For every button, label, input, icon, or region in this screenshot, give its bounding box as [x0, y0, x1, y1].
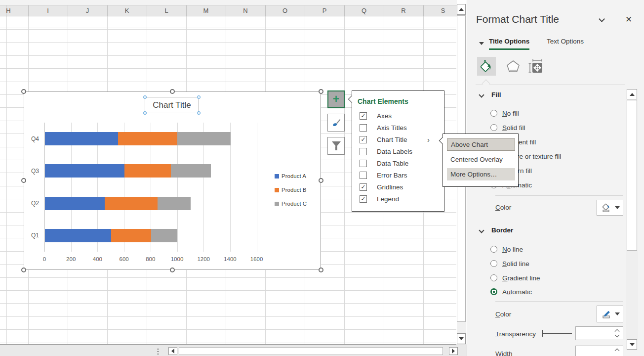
submenu-item-above-chart[interactable]: Above Chart — [447, 138, 515, 151]
effects-icon-tab[interactable] — [504, 57, 523, 76]
border-color-button[interactable] — [597, 306, 623, 322]
bar-segment-product-b[interactable] — [118, 132, 178, 145]
column-header-Q[interactable]: Q — [344, 5, 384, 16]
chart-handle-e[interactable] — [319, 178, 323, 183]
menu-item-legend[interactable]: ✓Legend — [352, 193, 444, 205]
scroll-down-button[interactable] — [457, 333, 466, 344]
bar-segment-product-b[interactable] — [124, 164, 171, 178]
bar-row-q4[interactable] — [45, 132, 231, 145]
radio-selected[interactable] — [490, 288, 497, 295]
pane-scroll-up-button[interactable] — [627, 89, 637, 99]
submenu-item-centered-overlay[interactable]: Centered Overlay — [447, 153, 515, 166]
scroll-up-button[interactable] — [457, 4, 466, 15]
chart-handle-w[interactable] — [21, 178, 26, 183]
bar-segment-product-c[interactable] — [158, 197, 191, 210]
checkbox-unchecked[interactable] — [360, 148, 367, 155]
menu-item-chart-title[interactable]: ✓Chart Title› — [352, 134, 444, 145]
checkbox-checked[interactable]: ✓ — [360, 136, 367, 143]
column-header-N[interactable]: N — [226, 5, 265, 16]
border-collapse-chevron-icon[interactable] — [479, 227, 484, 233]
checkbox-checked[interactable]: ✓ — [360, 195, 367, 203]
tab-text-options[interactable]: Text Options — [547, 38, 584, 45]
column-header-H[interactable]: H — [0, 5, 28, 16]
fill-option-no-fill[interactable]: No fill — [490, 108, 519, 118]
checkbox-checked[interactable]: ✓ — [360, 112, 367, 120]
border-option-gradient-line[interactable]: Gradient line — [490, 273, 540, 283]
column-header-J[interactable]: J — [68, 5, 107, 16]
bar-row-q1[interactable] — [45, 229, 177, 242]
radio-unselected[interactable] — [490, 246, 497, 253]
chart-handle-se[interactable] — [319, 267, 323, 272]
fill-section-header[interactable]: Fill — [491, 91, 501, 98]
bar-segment-product-c[interactable] — [171, 164, 211, 178]
column-header-L[interactable]: L — [147, 5, 186, 16]
spin-down-icon[interactable] — [615, 333, 620, 338]
column-header-S[interactable]: S — [423, 5, 457, 16]
border-option-no-line[interactable]: No line — [490, 244, 523, 254]
checkbox-unchecked[interactable] — [360, 160, 367, 167]
submenu-chevron-icon[interactable]: › — [427, 135, 430, 144]
bar-segment-product-b[interactable] — [105, 197, 158, 210]
legend-item[interactable]: Product C — [275, 201, 307, 207]
bar-segment-product-a[interactable] — [45, 197, 105, 210]
bar-segment-product-a[interactable] — [45, 229, 111, 242]
chart-styles-button[interactable] — [327, 114, 345, 132]
bar-segment-product-c[interactable] — [151, 229, 178, 242]
grid-horizontal-scrollbar[interactable] — [0, 345, 467, 356]
spin-up-icon[interactable] — [615, 349, 620, 354]
legend-item[interactable]: Product B — [275, 187, 307, 193]
fill-collapse-chevron-icon[interactable] — [479, 92, 484, 97]
chart-handle-n[interactable] — [170, 89, 175, 94]
scroll-left-button[interactable] — [168, 347, 177, 355]
checkbox-checked[interactable]: ✓ — [360, 183, 367, 191]
tab-title-options[interactable]: Title Options — [489, 38, 529, 50]
close-icon[interactable]: ✕ — [625, 14, 632, 25]
pane-scrollbar[interactable] — [626, 89, 638, 350]
menu-item-gridlines[interactable]: ✓Gridlines — [352, 181, 444, 193]
fill-line-icon-tab[interactable] — [477, 57, 496, 76]
submenu-item-more-options-[interactable]: More Options… — [447, 168, 515, 180]
horizontal-scroll-thumb[interactable] — [179, 347, 443, 355]
checkbox-unchecked[interactable] — [360, 172, 367, 179]
menu-item-data-labels[interactable]: Data Labels — [352, 145, 444, 157]
column-header-R[interactable]: R — [384, 5, 423, 16]
menu-item-error-bars[interactable]: Error Bars — [352, 169, 444, 181]
pane-scroll-thumb[interactable] — [627, 100, 637, 251]
radio-unselected[interactable] — [490, 260, 497, 267]
chart-filters-button[interactable] — [327, 137, 345, 155]
chart-handle-sw[interactable] — [21, 267, 26, 272]
chart-title-textbox[interactable]: Chart Title — [145, 97, 199, 113]
column-header-P[interactable]: P — [305, 5, 344, 16]
size-properties-icon-tab[interactable] — [526, 57, 545, 76]
chart-elements-button[interactable]: + — [327, 90, 345, 108]
title-handle-nw[interactable] — [143, 95, 147, 99]
column-header-K[interactable]: K — [107, 5, 147, 16]
menu-item-axis-titles[interactable]: Axis Titles — [352, 122, 444, 134]
bar-segment-product-c[interactable] — [177, 132, 230, 145]
bar-row-q2[interactable] — [45, 197, 191, 210]
chart-handle-ne[interactable] — [319, 89, 323, 94]
column-header-O[interactable]: O — [265, 5, 305, 16]
border-option-solid-line[interactable]: Solid line — [490, 259, 529, 268]
tab-dropdown-icon[interactable] — [479, 42, 484, 45]
fill-option-solid-fill[interactable]: Solid fill — [490, 123, 525, 133]
title-handle-ne[interactable] — [197, 95, 201, 99]
width-input[interactable] — [575, 346, 623, 356]
transparency-slider-track[interactable] — [543, 333, 572, 334]
title-handle-se[interactable] — [197, 111, 201, 115]
title-handle-sw[interactable] — [143, 111, 147, 115]
pane-menu-chevron-icon[interactable] — [599, 16, 605, 22]
checkbox-unchecked[interactable] — [360, 124, 367, 132]
chart-handle-nw[interactable] — [21, 89, 26, 94]
transparency-input[interactable] — [575, 326, 623, 340]
legend-item[interactable]: Product A — [275, 173, 306, 179]
column-header-M[interactable]: M — [186, 5, 226, 16]
chart-object[interactable]: 02004006008001000120014001600Q4Q3Q2Q1 Ch… — [24, 91, 321, 270]
bar-segment-product-a[interactable] — [45, 164, 124, 178]
fill-color-button[interactable] — [597, 200, 623, 216]
bar-segment-product-a[interactable] — [45, 132, 118, 145]
bar-segment-product-b[interactable] — [111, 229, 151, 242]
border-option-automatic[interactable]: Automatic — [490, 287, 532, 297]
border-section-header[interactable]: Border — [491, 226, 513, 234]
chart-handle-s[interactable] — [170, 267, 175, 272]
